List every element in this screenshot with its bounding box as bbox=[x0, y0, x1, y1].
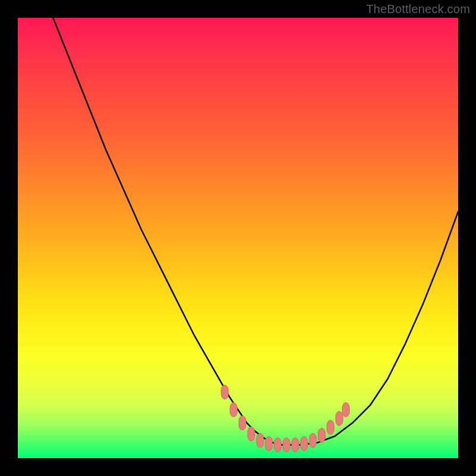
highlight-marker bbox=[221, 385, 228, 399]
highlight-marker bbox=[239, 416, 246, 430]
highlight-marker bbox=[256, 433, 264, 447]
highlight-marker bbox=[300, 437, 308, 451]
highlight-marker bbox=[342, 403, 349, 417]
attribution-text: TheBottleneck.com bbox=[366, 2, 470, 16]
highlight-marker bbox=[292, 438, 299, 452]
bottleneck-curve bbox=[53, 18, 458, 445]
highlight-marker bbox=[230, 403, 237, 417]
highlight-marker bbox=[248, 427, 255, 441]
highlight-marker bbox=[309, 433, 317, 447]
highlight-marker bbox=[336, 411, 343, 425]
highlight-marker bbox=[318, 428, 325, 443]
curve-layer bbox=[53, 18, 458, 445]
highlight-marker bbox=[274, 438, 281, 452]
marker-layer bbox=[221, 385, 350, 452]
highlight-marker bbox=[327, 420, 334, 434]
plot-area bbox=[18, 18, 458, 458]
chart-frame: TheBottleneck.com bbox=[0, 0, 476, 476]
chart-svg bbox=[18, 18, 458, 458]
highlight-marker bbox=[283, 438, 290, 452]
highlight-marker bbox=[265, 437, 273, 451]
